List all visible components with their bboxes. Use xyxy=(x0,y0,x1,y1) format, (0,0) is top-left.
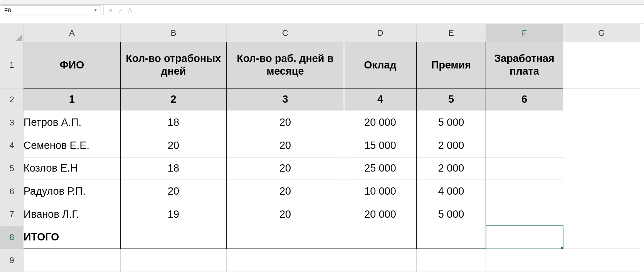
cell-A2[interactable]: 1 xyxy=(24,88,121,111)
cell-A1[interactable]: ФИО xyxy=(24,42,121,88)
cell-E6[interactable]: 4 000 xyxy=(417,180,486,203)
cell-B8[interactable] xyxy=(121,226,227,249)
cell-D3[interactable]: 20 000 xyxy=(344,111,417,134)
table-row: 7 Иванов Л.Г. 19 20 20 000 5 000 xyxy=(0,203,640,226)
cell-A5[interactable]: Козлов Е.Н xyxy=(24,157,121,180)
cell-B3[interactable]: 18 xyxy=(121,111,227,134)
table-row: 2 1 2 3 4 5 6 xyxy=(0,88,640,111)
formula-bar-expand[interactable] xyxy=(0,16,644,24)
col-header-B[interactable]: B xyxy=(121,24,227,42)
cell-D6[interactable]: 10 000 xyxy=(344,180,417,203)
col-header-A[interactable]: A xyxy=(24,24,121,42)
cell-B4[interactable]: 20 xyxy=(121,134,227,157)
cell-C9[interactable] xyxy=(227,249,344,272)
cell-C2[interactable]: 3 xyxy=(227,88,344,111)
cell-F1[interactable]: Заработная плата xyxy=(486,42,563,88)
col-header-G[interactable]: G xyxy=(563,24,640,42)
cell-F4[interactable] xyxy=(486,134,563,157)
cell-G6[interactable] xyxy=(563,180,640,203)
formula-bar-row: F8 ▼ ✕ ✓ fx xyxy=(0,5,644,16)
row-header-4[interactable]: 4 xyxy=(0,134,24,157)
cell-B7[interactable]: 19 xyxy=(121,203,227,226)
cell-D4[interactable]: 15 000 xyxy=(344,134,417,157)
col-header-F[interactable]: F xyxy=(486,24,563,42)
cell-G1[interactable] xyxy=(563,42,640,88)
cell-F5[interactable] xyxy=(486,157,563,180)
col-header-D[interactable]: D xyxy=(344,24,417,42)
row-header-9[interactable]: 9 xyxy=(0,249,24,272)
cell-D9[interactable] xyxy=(344,249,417,272)
cell-E4[interactable]: 2 000 xyxy=(417,134,486,157)
formula-bar-buttons: ✕ ✓ fx xyxy=(103,5,137,15)
col-header-C[interactable]: C xyxy=(227,24,344,42)
cell-A9[interactable] xyxy=(24,249,121,272)
cell-F8[interactable] xyxy=(486,226,563,249)
cell-C3[interactable]: 20 xyxy=(227,111,344,134)
cell-D7[interactable]: 20 000 xyxy=(344,203,417,226)
row-header-6[interactable]: 6 xyxy=(0,180,24,203)
spreadsheet-grid[interactable]: A B C D E F G 1 ФИО Кол-во отрабоных дне… xyxy=(0,24,640,272)
chevron-down-icon[interactable]: ▼ xyxy=(94,8,98,12)
cell-B1[interactable]: Кол-во отрабоных дней xyxy=(121,42,227,88)
cell-G3[interactable] xyxy=(563,111,640,134)
cell-F3[interactable] xyxy=(486,111,563,134)
cell-C7[interactable]: 20 xyxy=(227,203,344,226)
cell-G7[interactable] xyxy=(563,203,640,226)
cell-G2[interactable] xyxy=(563,88,640,111)
table-row: 6 Радулов Р.П. 20 20 10 000 4 000 xyxy=(0,180,640,203)
cell-E3[interactable]: 5 000 xyxy=(417,111,486,134)
cell-B9[interactable] xyxy=(121,249,227,272)
cell-C1[interactable]: Кол-во раб. дней в месяце xyxy=(227,42,344,88)
column-header-row: A B C D E F G xyxy=(0,24,640,42)
cell-E1[interactable]: Премия xyxy=(417,42,486,88)
cell-D8[interactable] xyxy=(344,226,417,249)
cell-A8[interactable]: ИТОГО xyxy=(24,226,121,249)
row-header-3[interactable]: 3 xyxy=(0,111,24,134)
cell-C4[interactable]: 20 xyxy=(227,134,344,157)
formula-input[interactable] xyxy=(137,5,644,15)
cell-B5[interactable]: 18 xyxy=(121,157,227,180)
cell-E7[interactable]: 5 000 xyxy=(417,203,486,226)
cell-E8[interactable] xyxy=(417,226,486,249)
cell-E9[interactable] xyxy=(417,249,486,272)
cell-G8[interactable] xyxy=(563,226,640,249)
cell-D5[interactable]: 25 000 xyxy=(344,157,417,180)
cell-F7[interactable] xyxy=(486,203,563,226)
row-header-8[interactable]: 8 xyxy=(0,226,24,249)
row-header-1[interactable]: 1 xyxy=(0,42,24,88)
row-header-7[interactable]: 7 xyxy=(0,203,24,226)
cell-D2[interactable]: 4 xyxy=(344,88,417,111)
cell-G9[interactable] xyxy=(563,249,640,272)
cell-G4[interactable] xyxy=(563,134,640,157)
fx-icon[interactable]: fx xyxy=(127,7,134,13)
select-all-corner[interactable] xyxy=(0,24,24,42)
cell-F9[interactable] xyxy=(486,249,563,272)
table-row: 4 Семенов Е.Е. 20 20 15 000 2 000 xyxy=(0,134,640,157)
name-box[interactable]: F8 ▼ xyxy=(1,5,101,15)
cell-A6[interactable]: Радулов Р.П. xyxy=(24,180,121,203)
cell-F2[interactable]: 6 xyxy=(486,88,563,111)
cell-D1[interactable]: Оклад xyxy=(344,42,417,88)
cell-C8[interactable] xyxy=(227,226,344,249)
cell-E2[interactable]: 5 xyxy=(417,88,486,111)
name-box-value: F8 xyxy=(4,7,11,13)
cell-C5[interactable]: 20 xyxy=(227,157,344,180)
cell-A4[interactable]: Семенов Е.Е. xyxy=(24,134,121,157)
table-row: 1 ФИО Кол-во отрабоных дней Кол-во раб. … xyxy=(0,42,640,88)
row-header-5[interactable]: 5 xyxy=(0,157,24,180)
table-row: 5 Козлов Е.Н 18 20 25 000 2 000 xyxy=(0,157,640,180)
cell-B2[interactable]: 2 xyxy=(121,88,227,111)
cell-B6[interactable]: 20 xyxy=(121,180,227,203)
cell-A3[interactable]: Петров А.П. xyxy=(24,111,121,134)
cell-A7[interactable]: Иванов Л.Г. xyxy=(24,203,121,226)
col-header-E[interactable]: E xyxy=(417,24,486,42)
cell-G5[interactable] xyxy=(563,157,640,180)
sheet-area: A B C D E F G 1 ФИО Кол-во отрабоных дне… xyxy=(0,24,644,272)
cell-E5[interactable]: 2 000 xyxy=(417,157,486,180)
table-row: 3 Петров А.П. 18 20 20 000 5 000 xyxy=(0,111,640,134)
cancel-icon[interactable]: ✕ xyxy=(107,7,114,13)
row-header-2[interactable]: 2 xyxy=(0,88,24,111)
cell-F6[interactable] xyxy=(486,180,563,203)
cell-C6[interactable]: 20 xyxy=(227,180,344,203)
enter-icon[interactable]: ✓ xyxy=(117,7,124,13)
